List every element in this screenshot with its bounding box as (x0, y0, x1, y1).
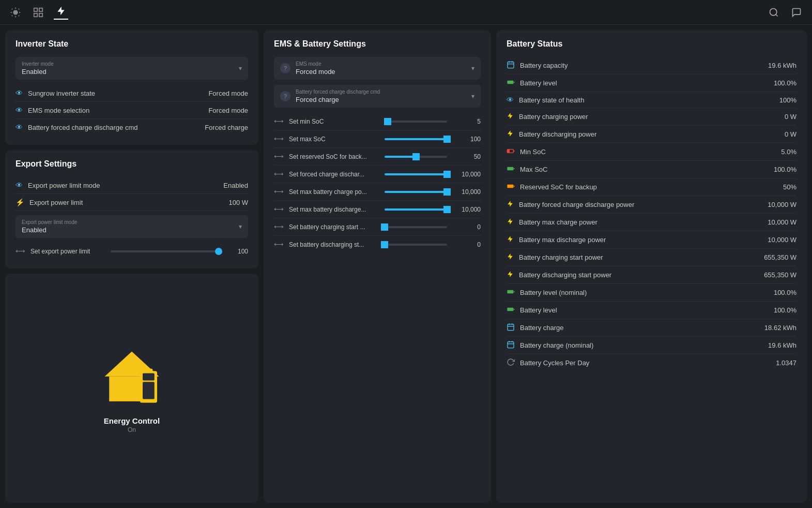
batt-value-14: 100.0% (774, 306, 796, 314)
slider-label-6: Set battery charging start ... (289, 223, 379, 231)
batt-value-0: 19.6 kWh (768, 62, 796, 69)
batt-icon-11 (507, 252, 514, 262)
svg-rect-3 (34, 13, 37, 16)
dropdown-arrow-icon: ▾ (239, 65, 242, 72)
slider-icon-4: ⟷ (274, 188, 284, 196)
batt-value-13: 100.0% (774, 289, 796, 296)
batt-label-8: Battery forced charge discharge power (519, 201, 634, 208)
slider-value-7: 0 (452, 241, 481, 248)
slider-icon-6: ⟷ (274, 223, 284, 231)
batt-value-16: 19.6 kWh (768, 341, 796, 349)
battery-status-row: Battery charging start power 655,350 W (507, 249, 796, 266)
svg-rect-19 (507, 167, 513, 171)
grid-icon[interactable] (31, 5, 45, 20)
slider-label-1: Set max SoC (289, 136, 379, 143)
battery-status-row: Battery level 100.0% (507, 302, 796, 319)
slider-icon-5: ⟷ (274, 205, 284, 213)
export-mode-dropdown[interactable]: Export power limit mode Enabled ▾ (16, 215, 248, 238)
batt-label-14: Battery level (520, 306, 557, 314)
svg-rect-2 (39, 8, 42, 11)
batt-label-15: Battery charge (520, 324, 564, 332)
slider-value-3: 10,000 (452, 171, 481, 178)
eye-icon-2: 👁 (16, 106, 23, 114)
batt-icon-0 (507, 61, 515, 70)
batt-value-4: 0 W (785, 130, 796, 138)
slider-track-4 (385, 191, 447, 193)
slider-track-5 (385, 208, 447, 211)
batt-icon-7 (507, 182, 515, 192)
main-layout: Inverter State Inverter mode Enabled ▾ 👁… (0, 25, 812, 508)
batt-icon-17 (507, 358, 515, 368)
svg-rect-10 (143, 382, 155, 399)
svg-point-0 (13, 10, 18, 14)
slider-icon-0: ⟷ (274, 117, 284, 125)
svg-rect-27 (508, 342, 514, 348)
export-power-limit-mode-label: Export power limit mode (28, 182, 100, 189)
battery-status-row: Battery charge (nominal) 19.6 kWh (507, 337, 796, 354)
batt-label-6: Max SoC (520, 166, 547, 173)
inverter-batt-label: Battery forced charge discharge cmd (28, 124, 137, 131)
slider-icon-2: ⟷ (274, 153, 284, 160)
energy-control-svg (96, 340, 168, 410)
ems-mode-dropdown[interactable]: ? EMS mode Forced mode ▾ (274, 57, 481, 80)
batt-icon-9 (507, 217, 514, 227)
export-settings-card: Export Settings 👁 Export power limit mod… (5, 150, 258, 268)
svg-rect-4 (39, 13, 42, 16)
battery-status-row: Battery discharging start power 655,350 … (507, 266, 796, 284)
batt-label-13: Battery level (nominal) (520, 289, 587, 296)
mid-column: EMS & Battery Settings ? EMS mode Forced… (264, 30, 491, 503)
batt-icon-16 (507, 340, 515, 350)
batt-label-1: Battery level (520, 79, 557, 87)
slider-value-2: 50 (452, 153, 481, 160)
svg-rect-11 (143, 373, 155, 381)
ems-battery-card: EMS & Battery Settings ? EMS mode Forced… (264, 30, 491, 503)
energy-icon-wrapper (96, 343, 168, 410)
ems-slider-row-6: ⟷ Set battery charging start ... 0 (274, 218, 481, 236)
export-power-limit-mode-value: Enabled (223, 182, 248, 189)
slider-track-7 (385, 244, 447, 246)
slider-label-2: Set reserved SoC for back... (289, 153, 379, 160)
energy-control-sub: On (128, 426, 136, 434)
inverter-state-title: Inverter State (16, 39, 248, 49)
batt-label-17: Battery Cycles Per Day (520, 359, 589, 367)
inverter-batt-row: 👁 Battery forced charge discharge cmd Fo… (16, 119, 248, 136)
slider-label-7: Set battery discharging st... (289, 241, 379, 248)
batt-icon-8 (507, 200, 514, 210)
bolt-icon-export: ⚡ (16, 198, 24, 206)
ems-slider-row-1: ⟷ Set max SoC 100 (274, 130, 481, 148)
batt-dropdown-arrow-icon: ▾ (471, 93, 474, 100)
battery-status-row: Max SoC 100.0% (507, 161, 796, 178)
chat-icon[interactable] (789, 5, 804, 20)
help-icon-ems: ? (280, 63, 290, 73)
battery-rows-container: Battery capacity 19.6 kWh Battery level … (507, 57, 796, 371)
inverter-sungrow-row: 👁 Sungrow inverter state Forced mode (16, 85, 248, 102)
energy-control-card: Energy Control On (5, 274, 258, 503)
export-slider-label: Set export power limit (30, 248, 105, 255)
sun-icon[interactable] (8, 5, 23, 20)
batt-value-12: 655,350 W (764, 271, 796, 279)
inverter-mode-dropdown[interactable]: Inverter mode Enabled ▾ (16, 57, 248, 80)
ems-sliders-container: ⟷ Set min SoC 5 ⟷ Set max SoC 100 ⟷ Set … (274, 113, 481, 253)
battery-forced-dropdown[interactable]: ? Battery forced charge discharge cmd Fo… (274, 85, 481, 108)
batt-icon-12 (507, 270, 514, 280)
dropdown-arrow-export-icon: ▾ (239, 223, 242, 230)
svg-rect-18 (508, 150, 510, 152)
batt-value-9: 10,000 W (768, 218, 796, 226)
export-power-limit-slider[interactable] (111, 250, 222, 252)
batt-icon-10 (507, 235, 514, 245)
inverter-sungrow-label: Sungrow inverter state (28, 89, 95, 97)
ems-slider-row-7: ⟷ Set battery discharging st... 0 (274, 236, 481, 253)
bolt-nav-icon[interactable] (54, 5, 68, 20)
inverter-ems-label: EMS mode selection (28, 107, 89, 114)
export-slider-value: 100 (227, 248, 248, 255)
batt-label-5: Min SoC (520, 148, 546, 156)
batt-label-9: Battery max charge power (519, 218, 597, 226)
ems-dropdown-arrow-icon: ▾ (471, 65, 474, 72)
help-icon-batt: ? (280, 91, 290, 101)
slider-value-6: 0 (452, 223, 481, 231)
slider-label-5: Set max battery discharge... (289, 206, 379, 213)
slider-track-0 (385, 121, 447, 123)
search-icon[interactable] (767, 5, 781, 20)
batt-label-10: Battery max discharge power (519, 236, 606, 244)
slider-icon-export: ⟷ (16, 247, 25, 255)
